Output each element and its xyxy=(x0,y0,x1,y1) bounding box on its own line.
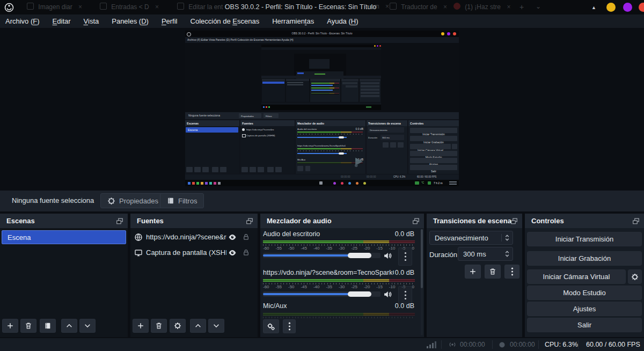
signal-bars-icon xyxy=(427,341,436,348)
maximize-button[interactable] xyxy=(623,3,632,12)
gear-icon xyxy=(631,273,639,281)
add-transition-button[interactable] xyxy=(465,265,481,279)
eye-visible-icon[interactable] xyxy=(228,248,237,257)
lock-icon[interactable] xyxy=(242,248,250,257)
window-shade-icon[interactable]: ▲ xyxy=(591,5,596,10)
eye-visible-icon[interactable] xyxy=(228,233,237,242)
controls-panel-title: Controles xyxy=(531,217,564,225)
minimize-button[interactable] xyxy=(606,3,616,12)
volume-slider-handle[interactable] xyxy=(348,291,371,297)
statusbar-divider xyxy=(492,340,493,349)
mixer-menu-button[interactable] xyxy=(283,319,296,333)
popout-icon[interactable] xyxy=(412,217,420,225)
add-scene-button[interactable] xyxy=(2,319,18,333)
properties-label: Propiedades xyxy=(119,197,158,205)
remove-scene-button[interactable] xyxy=(20,319,36,333)
tab-close-icon[interactable]: × xyxy=(507,3,510,11)
transition-select[interactable]: Desvanecimiento xyxy=(429,231,513,245)
sources-panel-header[interactable]: Fuentes xyxy=(130,214,258,228)
duration-value: 300 ms xyxy=(463,250,502,258)
move-scene-down-button[interactable] xyxy=(79,319,96,333)
spinner-arrows-icon[interactable] xyxy=(503,250,511,258)
menu-herramientas[interactable]: Herramientas xyxy=(272,17,314,25)
mini2-dot xyxy=(377,45,378,47)
meter-tick-label: -25 xyxy=(351,284,357,289)
new-tab-button[interactable]: + xyxy=(519,3,524,12)
browser-tab[interactable]: (1) ¡Haz stre × xyxy=(453,3,510,12)
volume-slider-handle[interactable] xyxy=(348,253,371,258)
popout-icon[interactable] xyxy=(246,217,253,225)
studio-mode-button[interactable]: Modo Estudio xyxy=(527,286,642,300)
menu-vista[interactable]: Vista xyxy=(84,17,99,25)
source-row[interactable]: Captura de pantalla (XSHM) xyxy=(130,246,258,260)
tab-close-icon[interactable]: × xyxy=(155,3,159,11)
tab-close-icon[interactable]: × xyxy=(78,3,82,11)
meter-tick-label: -10 xyxy=(389,246,396,251)
filters-button[interactable]: Filtros xyxy=(160,193,204,208)
tab-close-icon[interactable]: × xyxy=(443,3,447,11)
spinner-arrows-icon[interactable] xyxy=(503,233,511,242)
start-virtual-camera-button[interactable]: Iniciar Cámara Virtual xyxy=(527,269,626,284)
source-properties-button[interactable] xyxy=(170,319,186,333)
start-recording-button[interactable]: Iniciar Grabación xyxy=(527,251,642,266)
mixer-options-button[interactable] xyxy=(398,247,412,266)
advanced-audio-button[interactable] xyxy=(263,319,279,333)
mixer-scrollbar-thumb[interactable] xyxy=(421,229,423,288)
menu-ayuda[interactable]: Ayuda (H) xyxy=(327,17,358,25)
duration-spinbox[interactable]: 300 ms xyxy=(458,247,513,261)
mini-panel-controls: Controles Iniciar Transmisión Iniciar Gr… xyxy=(408,120,459,174)
mini-minimize-button xyxy=(441,32,444,35)
menu-archivo[interactable]: Archivo (F) xyxy=(5,17,40,25)
browser-tab[interactable]: Entradas < D × xyxy=(100,3,159,12)
remove-transition-button[interactable] xyxy=(485,265,501,279)
mini3-scene-row xyxy=(297,72,304,74)
controls-panel-header[interactable]: Controles xyxy=(525,214,644,228)
move-source-up-button[interactable] xyxy=(190,319,206,333)
speaker-icon[interactable] xyxy=(383,251,392,260)
source-row[interactable]: https://vdo.ninja/?scene&ro xyxy=(130,230,258,244)
volume-slider[interactable] xyxy=(263,253,380,258)
exit-button[interactable]: Salir xyxy=(527,318,642,332)
meter-tick-label: 0 xyxy=(412,284,414,289)
popout-icon[interactable] xyxy=(116,217,123,225)
chevron-down-icon xyxy=(84,322,91,330)
mixer-channel: Mic/Aux 0.0 dB xyxy=(263,302,414,311)
transitions-panel-header[interactable]: Transiciones de escena xyxy=(427,214,522,228)
mixer-options-button[interactable] xyxy=(398,286,412,304)
volume-slider[interactable] xyxy=(263,291,380,297)
add-source-button[interactable] xyxy=(133,319,149,333)
menu-editar[interactable]: Editar xyxy=(53,17,71,25)
menu-perfil[interactable]: Perfil xyxy=(162,17,178,25)
remove-source-button[interactable] xyxy=(151,319,167,333)
scene-filters-button[interactable] xyxy=(40,319,56,333)
mixer-volume-value: 0.0 dB xyxy=(395,230,414,239)
popout-icon[interactable] xyxy=(510,217,518,225)
properties-button[interactable]: Propiedades xyxy=(100,193,165,208)
statusbar-divider xyxy=(441,340,442,349)
scene-preview[interactable]: OBS 30.0.2 - Perfil: Sin Título - Escena… xyxy=(185,31,459,186)
source-name: https://vdo.ninja/?scene&ro xyxy=(146,233,226,241)
move-source-down-button[interactable] xyxy=(208,319,224,333)
virtual-camera-settings-button[interactable] xyxy=(628,269,642,284)
mini-status-bar: 00:00:00 00:00:00 CPU: 6.3% 60.00 / 60.0… xyxy=(185,174,459,180)
close-button[interactable] xyxy=(639,3,644,12)
meter-tick-label: -40 xyxy=(313,246,320,251)
menu-coleccion-escenas[interactable]: Colección de Escenas xyxy=(191,17,260,25)
combo-divider xyxy=(501,234,502,242)
mixer-scrollbar-track[interactable] xyxy=(421,229,423,335)
tabs-menu-icon[interactable]: ⌄ xyxy=(536,3,541,12)
popout-icon[interactable] xyxy=(632,217,640,225)
scene-item-selected[interactable]: Escena xyxy=(2,230,126,244)
transition-properties-button[interactable] xyxy=(504,265,519,279)
move-scene-up-button[interactable] xyxy=(61,319,77,333)
scenes-panel-header[interactable]: Escenas xyxy=(0,214,128,228)
mixer-panel-header[interactable]: Mezclador de audio xyxy=(260,214,424,228)
mini-uptime: 7 h 2 m xyxy=(434,181,443,185)
speaker-icon[interactable] xyxy=(383,290,392,299)
duration-label: Duración xyxy=(429,251,457,259)
lock-icon[interactable] xyxy=(242,233,250,241)
start-streaming-button[interactable]: Iniciar Transmisión xyxy=(527,232,642,246)
menu-paneles[interactable]: Paneles (D) xyxy=(112,17,149,25)
browser-tab[interactable]: Imagen diar × xyxy=(27,3,82,12)
settings-button[interactable]: Ajustes xyxy=(527,302,642,316)
